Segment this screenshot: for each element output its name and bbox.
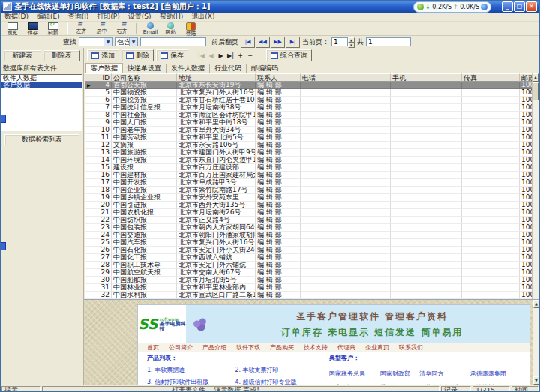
table-row[interactable]: 15 建设报 北京市百万庄建设部 编 辑 部 1000 [86, 164, 532, 172]
table-row[interactable]: 9 中国人口报 北京市和平里中街18号 编 辑 部 1000 [86, 119, 532, 127]
ad-nav-link[interactable]: 技术支持 [304, 343, 328, 352]
tab[interactable]: 行业代码 [210, 64, 247, 73]
record-nav-button[interactable]: − [245, 52, 255, 59]
column-header-mobile[interactable]: 手机 [391, 73, 462, 82]
column-header-id[interactable]: ID [92, 73, 112, 82]
table-row[interactable]: 16 中国建材报 北京市百万庄国家建材局大楼内 编 辑 部 1000 [86, 172, 532, 179]
table-row[interactable]: 32 中国水利报 北京市宣武区白广路二条1号 编 辑 部 1007 [86, 292, 532, 299]
product-link[interactable]: 4. 超级信封打印专业版 [235, 378, 322, 385]
find-field-combo[interactable]: ▼ [79, 37, 112, 46]
tab[interactable]: 邮编编码 [247, 64, 284, 73]
total-pages-input[interactable] [366, 37, 411, 46]
product-link[interactable]: 2. 丰软支票打印 [235, 366, 322, 374]
table-row[interactable]: 17 中国开发报 北京市阜成路甲3号 编 辑 部 1000 [86, 179, 532, 187]
table-row[interactable]: 19 中国乡镇企业报 北京市安外安苑东里 编 辑 部 1000 [86, 194, 532, 202]
data-search-list-button[interactable]: 数据检索列表 [4, 134, 80, 145]
tab[interactable]: 客户数据 [86, 63, 123, 73]
ad-nav-link[interactable]: 联系我们 [399, 343, 423, 352]
toolbar-button[interactable]: 保存 [22, 22, 43, 36]
toolbar-button[interactable]: 右齐 [112, 22, 132, 34]
close-button[interactable]: × [526, 1, 537, 12]
record-nav-button[interactable]: ▶ [216, 52, 226, 59]
scroll-up-icon[interactable]: ▲ [533, 300, 539, 308]
new-table-button[interactable]: 新建表 [4, 50, 41, 61]
column-header-phone[interactable]: 电话 [301, 73, 391, 82]
table-row[interactable]: 14 中国环境报 北京市东直门内仑夹道甲14号 编 辑 部 1000 [86, 157, 532, 164]
table-row[interactable]: 11 中国劳动报 北京市和平里北街5号 编 辑 部 1000 [86, 134, 532, 142]
record-nav-button[interactable]: ▶| [226, 52, 236, 59]
toolbar-button[interactable]: 网站 [160, 22, 181, 35]
table-row[interactable]: 13 中国旅游报 北京市建国门外大街甲9号 编 辑 部 1007 [86, 149, 532, 157]
table-row[interactable]: 27 中国化工报 北京市西城六铺炕 编 辑 部 1000 [86, 254, 532, 262]
product-link[interactable]: 1. 丰软票据通 [147, 366, 235, 374]
tab[interactable]: 发件人数据 [166, 64, 210, 73]
column-header-company[interactable]: 公司名称 [112, 73, 177, 82]
table-row[interactable]: 8 中国社会报 北京市海淀区会计坊院甲12号 编 辑 部 1000 [86, 112, 532, 119]
column-header-address[interactable]: 地址 [177, 73, 256, 82]
ad-nav-link[interactable]: 软件下载 [236, 343, 260, 352]
toolbar-button[interactable]: 预览 [2, 22, 22, 36]
pager-button[interactable]: ◀◀ [256, 37, 270, 48]
table-row[interactable]: 25 中国汽车报 北京市复兴门外大街16号 编 辑 部 1000 [86, 239, 532, 247]
save-record-button[interactable]: 保存 [156, 49, 188, 61]
ad-frame[interactable]: SS software 圣手电脑科技 圣手客户管理软件 管理客户资料 订单库存 … [138, 305, 530, 385]
pager-button[interactable]: |◀ [241, 37, 255, 48]
table-row[interactable]: 22 中国纺织报 北京市正义路4号 编 辑 部 1000 [86, 217, 532, 224]
ad-nav-link[interactable]: 代理商 [338, 343, 356, 352]
column-header-fax[interactable]: 传真 [462, 73, 520, 82]
record-nav-button[interactable]: + [236, 52, 245, 59]
add-record-button[interactable]: 添加 [87, 49, 119, 61]
table-row[interactable]: 28 中国职工技术导 北京市安定门外六铺炕 编 辑 部 1000 [86, 262, 532, 269]
table-row[interactable]: 23 中国包装报 北京市朝内大方家胡同64号 编 辑 部 1000 [86, 224, 532, 232]
menu-item[interactable]: 退出(X) [191, 13, 214, 21]
record-nav-button[interactable]: |◀ [196, 52, 206, 59]
table-row[interactable]: 5 中国物资报 北京市复兴门外大街16号 编 辑 部 1000 [86, 89, 532, 97]
table-row[interactable]: 6 中国税务报 北京市甘石桥红居十巷10号 编 辑 部 1000 [86, 97, 532, 104]
table-row[interactable]: 18 中国企业报 北京市紫竹院南路17号 编 辑 部 1000 [86, 187, 532, 194]
column-header-contact[interactable]: 联系人 [256, 73, 301, 82]
restore-button[interactable]: □ [514, 1, 525, 12]
toolbar-button[interactable]: 刷新 [43, 22, 63, 36]
menu-item[interactable]: 编辑(E) [37, 13, 60, 21]
combined-query-button[interactable]: 综合查询 [266, 49, 312, 61]
scroll-up-icon[interactable]: ▲ [532, 73, 538, 82]
ad-nav-link[interactable]: 公司简介 [169, 343, 193, 352]
table-row[interactable]: 21 中国农机化报 北京市月坛南街26号 编 辑 部 1000 [86, 209, 532, 217]
delete-table-button[interactable]: 删除表 [44, 50, 81, 61]
scroll-down-icon[interactable]: ▼ [533, 376, 539, 385]
minimize-button[interactable]: _ [502, 1, 513, 12]
ad-nav-link[interactable]: 产品购买 [270, 343, 294, 352]
toolbar-button[interactable]: 左齐 [71, 22, 92, 34]
menu-item[interactable]: 设置(S) [128, 13, 152, 21]
spin-up-icon[interactable]: ▲ [348, 37, 355, 43]
delete-record-button[interactable]: 删除 [122, 49, 154, 61]
spin-down-icon[interactable]: ▼ [348, 43, 355, 48]
banner-scrollbar[interactable]: ▲ ▼ [532, 300, 539, 385]
ad-nav-link[interactable]: 首页 [147, 343, 159, 352]
toolbar-button[interactable]: 登陆 [181, 22, 201, 37]
table-file-item[interactable]: 客户数据 [2, 82, 82, 88]
table-row[interactable]: 12 文摘报 北京市永安路106号 编 辑 部 1000 [86, 142, 532, 149]
table-file-item[interactable]: 收件人数据 [2, 75, 82, 82]
ad-nav-link[interactable]: 企业黄页 [365, 343, 389, 352]
splitter-handle[interactable] [1, 242, 6, 250]
pager-button[interactable]: ▶▶ [271, 37, 285, 48]
tab[interactable]: 快递单设置 [123, 64, 166, 73]
table-row[interactable]: 29 中国航空航天报 北京市交南大街67号 编 辑 部 1000 [86, 269, 532, 277]
toolbar-button[interactable]: Email [140, 22, 160, 35]
network-speed-widget[interactable]: ↓ 0.2K/S ↑ 0.0K/S [413, 1, 491, 13]
table-row[interactable]: 30 中国船舶报 北京市月坛北街5号 编 辑 部 1000 [86, 277, 532, 284]
match-mode-combo[interactable]: 包含▼ [115, 37, 138, 46]
table-row[interactable]: 4 首都公安报 北京市东长安街19号 编 辑 部 1007 [86, 82, 532, 89]
table-row[interactable]: 20 中国引进报 北京市西外大街135号 编 辑 部 1000 [86, 202, 532, 209]
table-row[interactable]: 10 中国老年报 北京市阜外大街34号 编 辑 部 1008 [86, 127, 532, 134]
table-row[interactable]: 31 中国林业报 北京市和平里林业部内 编 辑 部 1000 [86, 284, 532, 292]
table-row[interactable]: 7 中国统计信息报 北京市月坛南街38号 编 辑 部 1008 [86, 104, 532, 112]
pager-button[interactable]: ▶| [286, 37, 300, 48]
table-row[interactable]: 26 中国石化报 北京市安定门外小关街24号 编 辑 部 1000 [86, 247, 532, 254]
ad-nav-link[interactable]: 产品介绍 [202, 343, 226, 352]
grid-scrollbar[interactable]: ▲ [532, 73, 538, 299]
search-input[interactable] [140, 37, 206, 46]
toolbar-button[interactable]: 居中 [92, 22, 112, 34]
splitter-handle[interactable] [1, 115, 6, 123]
